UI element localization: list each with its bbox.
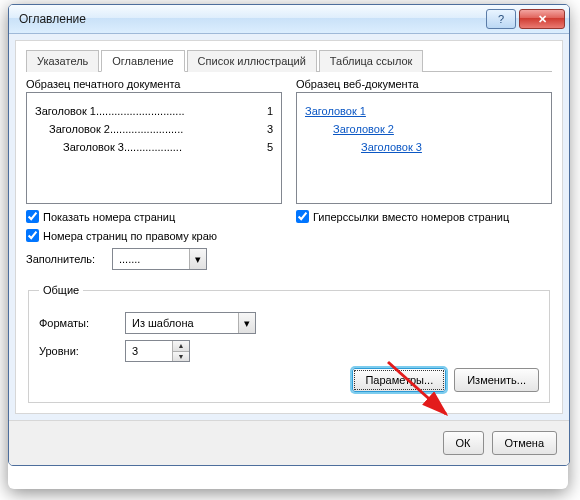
ok-button[interactable]: ОК: [443, 431, 484, 455]
toc-page: 1: [263, 105, 273, 117]
help-button[interactable]: ?: [486, 9, 516, 29]
window-title: Оглавление: [19, 12, 483, 26]
general-group: Общие Форматы: Из шаблона ▾ Уровни: 3 ▲ …: [28, 284, 550, 403]
toc-page: 5: [263, 141, 273, 153]
print-preview: Заголовок 1 ............................…: [26, 92, 282, 204]
web-link: Заголовок 3: [333, 141, 543, 153]
close-button[interactable]: ✕: [519, 9, 565, 29]
web-link: Заголовок 1: [305, 105, 543, 117]
chevron-up-icon[interactable]: ▲: [173, 341, 189, 351]
tab-strip: Указатель Оглавление Список иллюстраций …: [26, 49, 552, 72]
general-legend: Общие: [39, 284, 83, 296]
formats-label: Форматы:: [39, 317, 119, 329]
show-page-numbers-checkbox[interactable]: [26, 210, 39, 223]
toc-entry: Заголовок 1: [35, 105, 96, 117]
show-page-numbers-label: Показать номера страниц: [43, 211, 175, 223]
tab-figures[interactable]: Список иллюстраций: [187, 50, 317, 72]
options-button[interactable]: Параметры...: [352, 368, 446, 392]
chevron-down-icon: ▾: [189, 249, 206, 269]
tab-index[interactable]: Указатель: [26, 50, 99, 72]
toc-entry: Заголовок 3: [63, 141, 124, 153]
tab-toc[interactable]: Оглавление: [101, 50, 184, 72]
hyperlinks-checkbox[interactable]: [296, 210, 309, 223]
title-bar: Оглавление ? ✕: [9, 5, 569, 34]
right-align-checkbox[interactable]: [26, 229, 39, 242]
web-preview-label: Образец веб-документа: [296, 78, 552, 90]
formats-combo[interactable]: Из шаблона ▾: [125, 312, 256, 334]
toc-page: 3: [263, 123, 273, 135]
web-link: Заголовок 2: [319, 123, 543, 135]
print-preview-label: Образец печатного документа: [26, 78, 282, 90]
web-preview: Заголовок 1 Заголовок 2 Заголовок 3: [296, 92, 552, 204]
modify-button[interactable]: Изменить...: [454, 368, 539, 392]
chevron-down-icon: ▾: [238, 313, 255, 333]
cancel-button[interactable]: Отмена: [492, 431, 557, 455]
chevron-down-icon[interactable]: ▼: [173, 351, 189, 362]
levels-spinner[interactable]: 3 ▲ ▼: [125, 340, 190, 362]
toc-entry: Заголовок 2: [49, 123, 110, 135]
tab-authorities[interactable]: Таблица ссылок: [319, 50, 424, 72]
tab-leader-label: Заполнитель:: [26, 253, 106, 265]
tab-leader-combo[interactable]: ....... ▾: [112, 248, 207, 270]
levels-label: Уровни:: [39, 345, 119, 357]
right-align-label: Номера страниц по правому краю: [43, 230, 217, 242]
hyperlinks-label: Гиперссылки вместо номеров страниц: [313, 211, 509, 223]
